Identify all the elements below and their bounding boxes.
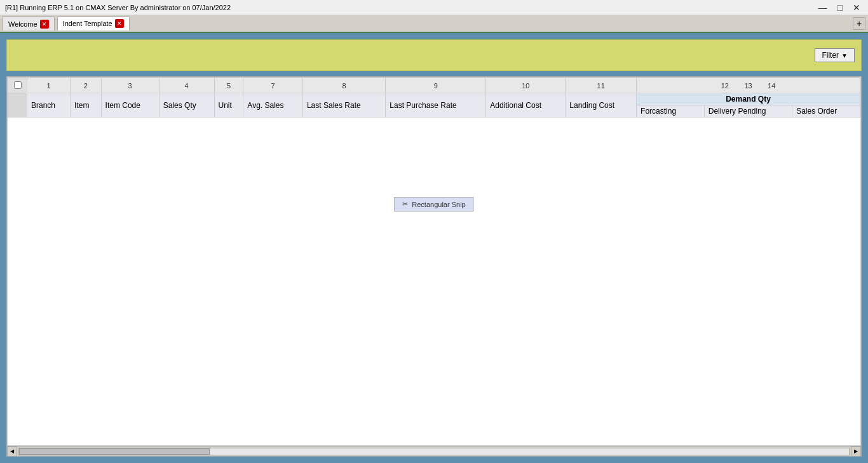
col-numbers-row: 1 2 3 4 5 7 8 9 10 11 12 13 14 (8, 78, 860, 93)
col-header-demand-qty-merged: Demand Qty (637, 93, 860, 105)
col-num-10: 10 (486, 78, 566, 93)
filter-button[interactable]: Filter ▼ (815, 48, 855, 62)
col-header-branch: Branch (27, 93, 71, 117)
panel-header: Filter ▼ (6, 39, 862, 71)
tab-indent-template-close[interactable]: ✕ (115, 19, 124, 28)
select-all-checkbox[interactable] (14, 81, 22, 89)
scroll-right-button[interactable]: ▶ (851, 446, 861, 457)
col-header-avg-sales: Avg. Sales (243, 93, 303, 117)
col-num-9: 9 (386, 78, 486, 93)
minimize-button[interactable]: — (816, 3, 830, 13)
tab-indent-template-label: Indent Template (63, 20, 112, 27)
table-container[interactable]: 1 2 3 4 5 7 8 9 10 11 12 13 14 (7, 77, 861, 446)
col-num-12-14: 12 13 14 (637, 78, 860, 93)
col-num-2: 2 (71, 78, 101, 93)
col-header-sales-order: Sales Order (792, 105, 860, 117)
horizontal-scrollbar[interactable]: ◀ ▶ (7, 446, 861, 456)
tab-indent-template[interactable]: Indent Template ✕ (57, 17, 130, 30)
col-header-item: Item (71, 93, 101, 117)
tab-add-button[interactable]: + (853, 17, 865, 30)
main-content: Filter ▼ 1 2 3 4 5 (0, 33, 868, 463)
scrollbar-track[interactable] (18, 448, 850, 455)
snip-icon: ✂ (402, 200, 408, 208)
col-header-delivery-pending: Delivery Pending (704, 105, 792, 117)
tab-welcome[interactable]: Welcome ✕ (3, 17, 55, 30)
header-row-top: Branch Item Item Code Sales Qty Unit (8, 93, 860, 105)
col-num-3: 3 (101, 78, 159, 93)
col-header-item-code: Item Code (101, 93, 159, 117)
col-header-last-purchase-rate: Last Purchase Rate (386, 93, 486, 117)
col-checkbox (8, 78, 27, 93)
col-header-landing-cost: Landing Cost (566, 93, 637, 117)
col-header-last-sales-rate: Last Sales Rate (302, 93, 385, 117)
title-text: [R1] Running ERP 5.1 on CMAX Server By a… (5, 4, 231, 11)
col-num-11: 11 (566, 78, 637, 93)
filter-arrow-icon: ▼ (841, 52, 848, 59)
snip-label: Rectangular Snip (412, 201, 465, 208)
col-num-7: 7 (243, 78, 303, 93)
maximize-button[interactable]: □ (835, 3, 845, 13)
window-controls: — □ ✕ (816, 3, 863, 13)
col-num-5: 5 (214, 78, 243, 93)
main-table: 1 2 3 4 5 7 8 9 10 11 12 13 14 (8, 77, 860, 137)
close-button[interactable]: ✕ (850, 3, 863, 13)
snip-overlay: ✂ Rectangular Snip (394, 197, 473, 211)
col-header-forcasting: Forcasting (637, 105, 705, 117)
inner-panel: Filter ▼ 1 2 3 4 5 (6, 39, 862, 457)
filter-label: Filter (822, 51, 839, 60)
title-bar: [R1] Running ERP 5.1 on CMAX Server By a… (0, 0, 868, 15)
tab-welcome-close[interactable]: ✕ (40, 20, 49, 29)
col-num-1: 1 (27, 78, 71, 93)
col-header-additional-cost: Additional Cost (486, 93, 566, 117)
tab-welcome-label: Welcome (8, 20, 37, 28)
tab-bar: Welcome ✕ Indent Template ✕ + (0, 15, 868, 33)
col-num-4: 4 (159, 78, 214, 93)
empty-row-1 (8, 117, 860, 137)
scroll-left-button[interactable]: ◀ (7, 446, 17, 457)
scrollbar-thumb[interactable] (19, 448, 210, 455)
col-num-8: 8 (302, 78, 385, 93)
col-header-sales-qty: Sales Qty (159, 93, 214, 117)
col-header-unit: Unit (214, 93, 243, 117)
